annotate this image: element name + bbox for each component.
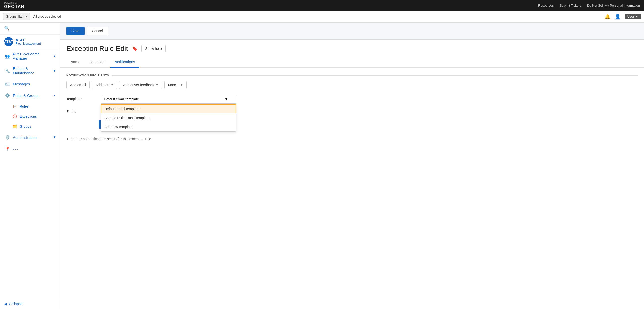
rules-groups-icon: ⚙️: [5, 93, 10, 98]
bookmark-icon[interactable]: 🔖: [132, 46, 137, 51]
sidebar-item-administration-label: Administration: [13, 135, 37, 140]
powered-by-text: Powered by GEOTAB: [4, 1, 25, 9]
notifications-bell-icon[interactable]: 🔔: [604, 14, 611, 20]
no-notifications-text: There are no notifications set up for th…: [66, 137, 638, 141]
template-dropdown-list: Default email template Sample Rule Email…: [101, 104, 236, 132]
sidebar-item-messages-label: Messages: [13, 82, 30, 86]
collapse-label: Collapse: [9, 302, 22, 306]
sidebar-sub-exceptions-label: Exceptions: [20, 114, 37, 118]
sidebar-item-rules-groups[interactable]: ⚙️ Rules & Groups ▲: [0, 90, 60, 101]
sidebar-sub-item-rules[interactable]: 📋 Rules: [0, 101, 60, 111]
template-option-default[interactable]: Default email template: [101, 104, 236, 113]
add-email-button[interactable]: Add email: [66, 81, 90, 89]
page-header: Exception Rule Edit 🔖 Show help: [60, 40, 644, 53]
template-row: Template: Default email template ▼ Defau…: [66, 95, 638, 104]
template-option-add-new[interactable]: Add new template: [101, 122, 236, 131]
tabs-container: Name Conditions Notifications: [60, 57, 644, 68]
sidebar-search-area[interactable]: 🔍: [0, 23, 60, 35]
template-selected-value: Default email template: [104, 97, 139, 101]
sidebar-sub-rules-label: Rules: [20, 104, 29, 108]
sidebar-item-workforce-label: AT&T Workforce Manager: [12, 52, 51, 60]
brand-labels: AT&T Fleet Management: [16, 38, 41, 46]
more-icon: 📍: [5, 146, 10, 152]
sidebar-item-more-label: · · ·: [13, 147, 18, 151]
sidebar-item-more[interactable]: 📍 · · ·: [0, 143, 60, 155]
brand-sub: Fleet Management: [16, 42, 41, 45]
rules-sub-icon: 📋: [12, 104, 17, 109]
sidebar-item-administration[interactable]: 🛡️ Administration ▼: [0, 131, 60, 143]
add-driver-feedback-button[interactable]: Add driver feedback ▼: [119, 81, 162, 89]
template-dropdown-arrow-icon: ▼: [225, 97, 228, 101]
add-alert-arrow-icon: ▼: [111, 84, 113, 86]
do-not-sell-link[interactable]: Do Not Sell My Personal Information: [587, 4, 640, 7]
cancel-top-button[interactable]: Cancel: [87, 27, 108, 35]
brand-name: AT&T: [16, 38, 41, 42]
sidebar-item-workforce[interactable]: 👥 AT&T Workforce Manager ▲: [0, 49, 60, 63]
sidebar-sub-item-groups[interactable]: 🗂️ Groups: [0, 121, 60, 131]
submit-tickets-link[interactable]: Submit Tickets: [560, 4, 581, 7]
notification-recipients-title: NOTIFICATION RECIPIENTS: [66, 74, 638, 77]
sidebar: 🔍 AT&T AT&T Fleet Management 👥 AT&T Work…: [0, 23, 60, 309]
top-nav-links: Resources Submit Tickets Do Not Sell My …: [538, 4, 640, 7]
groups-filter-arrow-icon: ▼: [25, 15, 28, 18]
administration-icon: 🛡️: [5, 134, 10, 140]
groups-bar-right: 🔔 👤 User ▼: [604, 14, 641, 20]
workforce-chevron-icon: ▲: [53, 54, 56, 58]
template-option-sample[interactable]: Sample Rule Email Template: [101, 113, 236, 122]
logo-area: Powered by GEOTAB: [4, 1, 25, 9]
engine-chevron-icon: ▼: [53, 69, 56, 73]
all-groups-selected-text: All groups selected: [33, 15, 61, 18]
content-area: NOTIFICATION RECIPIENTS Add email Add al…: [60, 68, 644, 147]
sidebar-brand-area: AT&T AT&T Fleet Management: [0, 35, 60, 49]
page-title: Exception Rule Edit: [66, 45, 128, 53]
recipient-buttons: Add email Add alert ▼ Add driver feedbac…: [66, 81, 638, 89]
sidebar-sub-groups-label: Groups: [20, 124, 31, 128]
sidebar-collapse-button[interactable]: ◀ Collapse: [0, 299, 60, 309]
rules-groups-chevron-icon: ▲: [53, 94, 56, 97]
main-toolbar: Save Cancel: [60, 23, 644, 40]
template-dropdown-container: Default email template ▼ Default email t…: [101, 95, 236, 104]
tab-name[interactable]: Name: [66, 57, 85, 68]
add-alert-button[interactable]: Add alert ▼: [92, 81, 117, 89]
engine-icon: 🔧: [5, 68, 10, 74]
sidebar-item-engine-label: Engine & Maintenance: [13, 66, 51, 75]
groups-filter-label: Groups filter: [6, 15, 24, 18]
user-dropdown-arrow-icon: ▼: [635, 15, 638, 18]
administration-chevron-icon: ▼: [53, 135, 56, 139]
brand-logo-circle: AT&T: [4, 37, 13, 46]
template-select[interactable]: Default email template ▼: [101, 95, 236, 104]
groups-filter-button[interactable]: Groups filter ▼: [3, 13, 30, 20]
resources-link[interactable]: Resources: [538, 4, 554, 7]
more-arrow-icon: ▼: [180, 84, 183, 86]
tab-conditions[interactable]: Conditions: [85, 57, 110, 68]
sidebar-sub-item-exceptions[interactable]: 🚫 Exceptions: [0, 111, 60, 121]
groups-filter-bar: Groups filter ▼ All groups selected 🔔 👤 …: [0, 11, 644, 23]
user-name-label: User: [627, 15, 634, 18]
sidebar-item-messages[interactable]: ✉️ Messages: [0, 78, 60, 90]
main-content: Save Cancel Exception Rule Edit 🔖 Show h…: [60, 23, 644, 309]
sidebar-item-rules-groups-label: Rules & Groups: [13, 93, 39, 98]
workforce-icon: 👥: [5, 53, 10, 59]
messages-icon: ✉️: [5, 81, 10, 87]
show-help-button[interactable]: Show help: [141, 45, 165, 52]
sidebar-item-engine[interactable]: 🔧 Engine & Maintenance ▼: [0, 63, 60, 78]
tab-notifications[interactable]: Notifications: [110, 57, 139, 68]
top-navbar: Powered by GEOTAB Resources Submit Ticke…: [0, 0, 644, 11]
app-layout: 🔍 AT&T AT&T Fleet Management 👥 AT&T Work…: [0, 23, 644, 309]
user-dropdown-button[interactable]: User ▼: [625, 14, 641, 19]
more-button[interactable]: More... ▼: [164, 81, 187, 89]
search-icon[interactable]: 🔍: [4, 26, 10, 31]
template-label: Template:: [66, 95, 97, 101]
save-button[interactable]: Save: [66, 27, 85, 35]
exceptions-sub-icon: 🚫: [12, 114, 17, 119]
email-label: Email:: [66, 108, 97, 114]
groups-sub-icon: 🗂️: [12, 124, 17, 129]
user-icon[interactable]: 👤: [615, 14, 621, 20]
add-driver-feedback-arrow-icon: ▼: [156, 84, 158, 86]
collapse-chevron-icon: ◀: [4, 302, 7, 306]
